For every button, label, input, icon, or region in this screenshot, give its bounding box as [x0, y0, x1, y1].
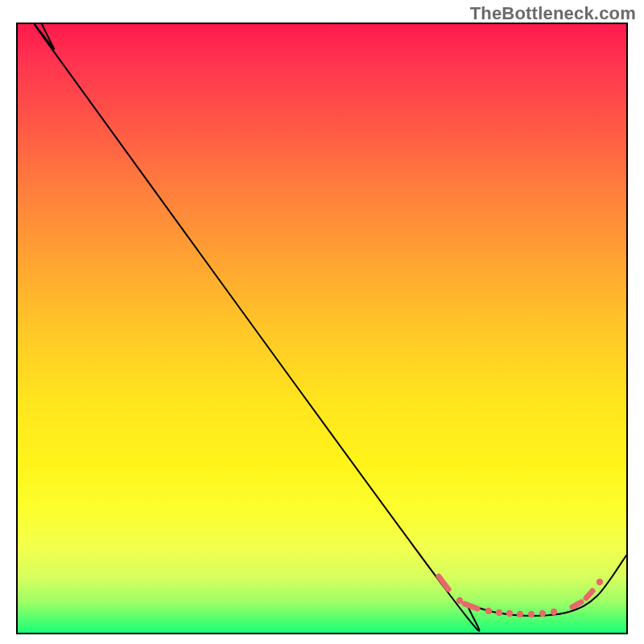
watermark-text: TheBottleneck.com — [470, 3, 636, 24]
valley-point — [496, 609, 502, 616]
chart-svg — [18, 24, 626, 633]
bottleneck-curve — [35, 24, 626, 631]
valley-dash — [572, 602, 581, 607]
valley-dash — [586, 591, 592, 598]
valley-point — [528, 611, 535, 617]
valley-point — [517, 611, 523, 617]
plot-area — [16, 23, 628, 634]
valley-point — [506, 610, 513, 617]
valley-point — [551, 609, 557, 615]
valley-point — [539, 610, 546, 617]
valley-dash — [464, 604, 477, 609]
valley-point — [597, 579, 603, 585]
valley-point — [485, 608, 492, 614]
chart-container: TheBottleneck.com — [0, 0, 644, 644]
valley-dash — [439, 576, 448, 589]
